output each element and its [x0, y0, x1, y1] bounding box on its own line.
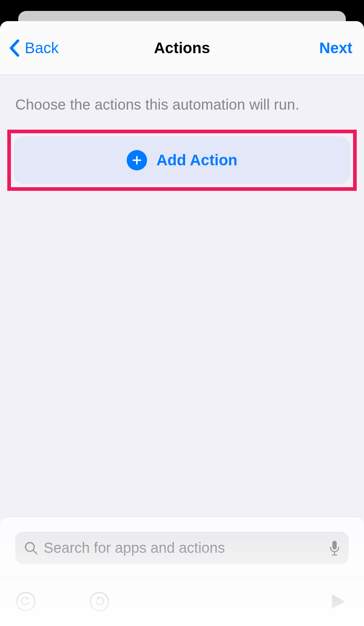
search-panel: Search for apps and actions [0, 517, 364, 576]
search-icon [24, 541, 38, 555]
back-button[interactable]: Back [8, 39, 59, 57]
next-button[interactable]: Next [319, 39, 352, 57]
instruction-text: Choose the actions this automation will … [15, 94, 349, 115]
plus-circle-icon [127, 150, 147, 170]
back-label: Back [25, 39, 59, 57]
navigation-bar: Back Actions Next [0, 21, 364, 75]
microphone-icon[interactable] [329, 540, 340, 556]
search-input[interactable]: Search for apps and actions [15, 532, 349, 564]
annotation-highlight: Add Action [7, 130, 357, 191]
svg-point-5 [17, 592, 35, 611]
redo-button[interactable] [90, 592, 109, 611]
undo-button[interactable] [16, 592, 36, 611]
toolbar-left-group [16, 592, 109, 611]
content-area: Choose the actions this automation will … [0, 75, 364, 517]
svg-point-6 [90, 592, 108, 611]
back-chevron-icon [8, 39, 20, 57]
play-button[interactable] [328, 591, 348, 612]
add-action-button[interactable]: Add Action [14, 136, 350, 184]
sheet-modal: Back Actions Next Choose the actions thi… [0, 21, 364, 626]
bottom-toolbar [0, 576, 364, 626]
add-action-label: Add Action [157, 151, 237, 169]
svg-line-1 [33, 550, 37, 554]
svg-rect-2 [332, 541, 337, 550]
search-placeholder: Search for apps and actions [44, 540, 323, 556]
